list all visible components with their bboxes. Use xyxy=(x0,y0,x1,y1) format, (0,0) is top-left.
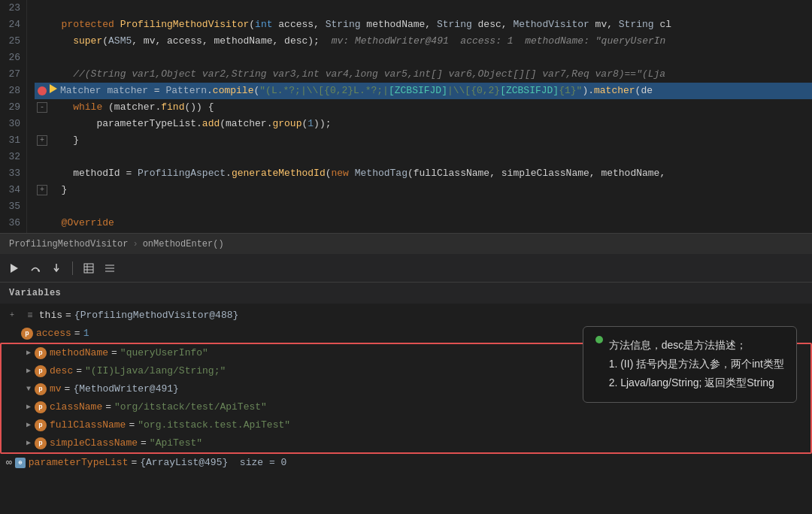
var-row-fullClassName[interactable]: ▶ p fullClassName = "org.itstack.test.Ap… xyxy=(2,416,810,434)
var-equals-className: = xyxy=(105,399,111,416)
tooltip-line3: 2. Ljava/lang/String; 返回类型String xyxy=(609,373,784,392)
code-line-28: Matcher matcher = Pattern.compile("(L.*?… xyxy=(35,83,812,99)
expand-fullClassName[interactable]: ▶ xyxy=(23,419,35,431)
var-equals-mv: = xyxy=(65,381,71,398)
var-icon-this: ≡ xyxy=(24,310,36,322)
variables-list: + ≡ this = {ProfilingMethodVisitor@488} … xyxy=(0,304,812,475)
svg-marker-0 xyxy=(11,264,18,273)
code-text-25: super(ASM5, mv, access, methodName, desc… xyxy=(50,33,665,50)
code-text-27: //(String var1,Object var2,String var3,i… xyxy=(50,66,665,83)
var-name-this: this xyxy=(39,307,62,324)
bottom-section: Variables + ≡ this = {ProfilingMethodVis… xyxy=(0,254,812,514)
code-text-36: @Override xyxy=(50,215,114,231)
var-equals-fullClassName: = xyxy=(129,417,135,434)
code-line-24: protected ProfilingMethodVisitor(int acc… xyxy=(35,17,812,33)
svg-rect-2 xyxy=(84,264,93,273)
var-icon-simpleClassName: p xyxy=(35,437,47,449)
code-text-31: } xyxy=(50,132,79,149)
var-icon-methodName: p xyxy=(35,347,47,359)
var-equals-methodName: = xyxy=(111,345,117,361)
var-equals-simpleClassName: = xyxy=(141,435,147,452)
var-row-parameterTypeList[interactable]: ∞ ⊕ parameterTypeList = {ArrayList@495} … xyxy=(0,454,812,472)
tooltip-indicator xyxy=(595,336,603,343)
resume-button[interactable] xyxy=(6,260,23,277)
var-name-fullClassName: fullClassName xyxy=(50,417,126,434)
code-line-36: @Override xyxy=(35,215,812,231)
toolbar-sep-1 xyxy=(72,262,73,275)
var-name-className: className xyxy=(50,399,102,416)
expand-simpleClassName[interactable]: ▶ xyxy=(23,437,35,449)
app-container: 23 24 25 26 27 28 29 30 31 32 33 34 35 3… xyxy=(0,0,812,514)
step-into-button[interactable] xyxy=(48,260,65,277)
tooltip-line2: 1. (II) 括号内是方法入参，两个int类型 xyxy=(609,355,784,373)
var-value-simpleClassName: "ApiTest" xyxy=(150,435,202,452)
var-icon-desc: p xyxy=(35,365,47,377)
var-equals-parameterTypeList: = xyxy=(131,455,137,471)
breakpoint-29: - xyxy=(35,102,50,113)
var-value-this: {ProfilingMethodVisitor@488} xyxy=(74,307,238,324)
expand-methodName[interactable]: ▶ xyxy=(23,347,35,359)
var-icon-className: p xyxy=(35,401,47,413)
var-value-desc: "(II)Ljava/lang/String;" xyxy=(85,363,226,379)
code-line-32 xyxy=(35,149,812,165)
panel-title: Variables xyxy=(9,288,61,298)
infinity-icon: ∞ xyxy=(6,455,12,471)
code-line-23 xyxy=(35,0,812,17)
code-line-29: - while (matcher.find()) { xyxy=(35,99,812,116)
var-value-className: "org/itstack/test/ApiTest" xyxy=(114,399,267,416)
var-equals-desc: = xyxy=(76,363,82,379)
code-line-30: parameterTypeList.add(matcher.group(1)); xyxy=(35,116,812,132)
list-view-button[interactable] xyxy=(102,260,118,277)
code-line-26 xyxy=(35,50,812,66)
table-view-button[interactable] xyxy=(80,260,97,277)
var-equals-this: = xyxy=(65,307,71,324)
code-text-34: } xyxy=(50,182,67,198)
fold-34[interactable]: + xyxy=(37,185,47,195)
expand-className[interactable]: ▶ xyxy=(23,401,35,413)
expand-this[interactable]: + xyxy=(6,310,18,322)
var-name-desc: desc xyxy=(50,363,73,379)
var-row-simpleClassName[interactable]: ▶ p simpleClassName = "ApiTest" xyxy=(2,434,810,452)
breadcrumb-method[interactable]: onMethodEnter() xyxy=(143,239,224,249)
breakpoint-28 xyxy=(35,86,50,95)
var-row-this[interactable]: + ≡ this = {ProfilingMethodVisitor@488} xyxy=(0,307,812,325)
expand-mv[interactable]: ▼ xyxy=(23,383,35,395)
debug-arrow-28 xyxy=(50,83,57,99)
fold-31[interactable]: + xyxy=(37,135,47,146)
code-text-28: Matcher matcher = Pattern.compile("(L.*?… xyxy=(60,83,653,99)
var-name-simpleClassName: simpleClassName xyxy=(50,435,138,452)
expand-desc[interactable]: ▶ xyxy=(23,365,35,377)
code-text-24: protected ProfilingMethodVisitor(int acc… xyxy=(50,17,671,33)
var-icon-access: p xyxy=(21,328,33,340)
code-content: protected ProfilingMethodVisitor(int acc… xyxy=(27,0,812,233)
line-numbers: 23 24 25 26 27 28 29 30 31 32 33 34 35 3… xyxy=(0,0,27,233)
code-line-31: + } xyxy=(35,132,812,149)
variables-panel-header: Variables xyxy=(0,283,812,304)
breakpoint-31: + xyxy=(35,135,50,146)
debug-toolbar xyxy=(0,254,812,283)
code-editor: 23 24 25 26 27 28 29 30 31 32 33 34 35 3… xyxy=(0,0,812,233)
code-line-34: + } xyxy=(35,182,812,198)
var-value-methodName: "queryUserInfo" xyxy=(120,345,208,361)
code-line-25: super(ASM5, mv, access, methodName, desc… xyxy=(35,33,812,50)
step-over-button[interactable] xyxy=(27,260,44,277)
tooltip: 方法信息，desc是方法描述； 1. (II) 括号内是方法入参，两个int类型… xyxy=(583,326,797,403)
var-icon-mv: p xyxy=(35,383,47,395)
breakpoint-indicator-28 xyxy=(38,86,47,95)
code-line-35 xyxy=(35,198,812,215)
fold-29[interactable]: - xyxy=(37,102,47,113)
breakpoint-34: + xyxy=(35,185,50,195)
tooltip-line1: 方法信息，desc是方法描述； xyxy=(609,336,784,355)
var-equals-access: = xyxy=(74,325,80,342)
variables-panel: Variables + ≡ this = {ProfilingMethodVis… xyxy=(0,283,812,514)
code-line-33: methodId = ProfilingAspect.generateMetho… xyxy=(35,165,812,182)
var-name-mv: mv xyxy=(50,381,62,398)
code-line-27: //(String var1,Object var2,String var3,i… xyxy=(35,66,812,83)
code-text-29: while (matcher.find()) { xyxy=(50,99,214,116)
var-value-mv: {MethodWriter@491} xyxy=(73,381,178,398)
breadcrumb-class[interactable]: ProfilingMethodVisitor xyxy=(9,239,128,249)
var-value-fullClassName: "org.itstack.test.ApiTest" xyxy=(138,417,290,434)
tooltip-text: 方法信息，desc是方法描述； 1. (II) 括号内是方法入参，两个int类型… xyxy=(609,336,784,393)
tooltip-content: 方法信息，desc是方法描述； 1. (II) 括号内是方法入参，两个int类型… xyxy=(595,336,784,393)
code-text-30: parameterTypeList.add(matcher.group(1)); xyxy=(50,116,332,132)
